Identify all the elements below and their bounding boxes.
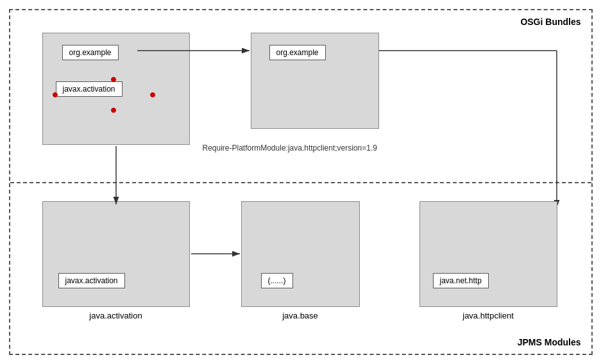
dot-1: [111, 77, 116, 82]
dot-2: [53, 92, 58, 97]
osgi-right-org-label: org.example: [269, 45, 326, 60]
jpms-base-inner-label: (......): [261, 273, 293, 288]
osgi-left-javax-label: javax.activation: [56, 81, 123, 97]
osgi-label: OSGi Bundles: [520, 17, 580, 27]
jpms-http-inner-label: java.net.http: [433, 273, 489, 288]
jpms-section: JPMS Modules javax.activation java.activ…: [10, 182, 591, 354]
osgi-right-org-container: org.example: [269, 45, 326, 60]
outer-diagram: OSGi Bundles org.example javax.activatio…: [9, 9, 593, 355]
jpms-http-label: java.httpclient: [420, 311, 557, 320]
dot-3: [150, 92, 155, 97]
jpms-label: JPMS Modules: [518, 337, 581, 347]
jpms-activation-inner-label: javax.activation: [58, 273, 125, 288]
osgi-left-javax-container: javax.activation: [56, 81, 123, 97]
jpms-base-inner-container: (......): [261, 273, 293, 288]
jpms-activation-label: java.activation: [43, 311, 189, 320]
osgi-right-bundle: org.example: [251, 33, 379, 129]
jpms-activation-inner-container: javax.activation: [58, 273, 125, 288]
jpms-http-bundle: java.net.http java.httpclient: [419, 201, 557, 307]
dot-4: [111, 108, 116, 113]
osgi-left-bundle: org.example javax.activation: [42, 33, 190, 145]
jpms-base-bundle: (......) java.base: [241, 201, 360, 307]
osgi-left-org-label: org.example: [62, 45, 119, 60]
jpms-base-label: java.base: [242, 311, 359, 320]
jpms-activation-bundle: javax.activation java.activation: [42, 201, 190, 307]
osgi-left-org-container: org.example: [62, 45, 119, 60]
jpms-http-inner-container: java.net.http: [433, 273, 489, 288]
osgi-section: OSGi Bundles org.example javax.activatio…: [10, 10, 591, 183]
require-label: Require-PlatformModule:java.httpclient;v…: [203, 144, 377, 153]
